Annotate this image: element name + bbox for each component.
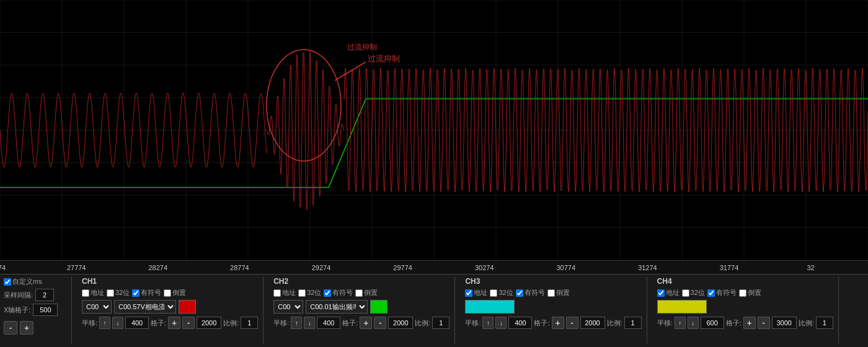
ch2-select-row: C00 C00.01输出频率 — [273, 300, 450, 314]
custom-ms-checkbox[interactable] — [4, 278, 11, 286]
ch4-offset-down[interactable]: ↓ — [688, 317, 699, 329]
x-tick-label: 32 — [807, 264, 814, 271]
ch3-offset-up[interactable]: ↑ — [482, 317, 494, 329]
ch2-options: 地址 32位 有符号 倒置 — [273, 288, 450, 297]
ch2-32bit-label[interactable]: 32位 — [298, 288, 321, 297]
ch3-grid-plus[interactable]: + — [552, 317, 564, 329]
ch1-offset-input[interactable] — [125, 317, 149, 329]
ch1-block: CH1 地址 32位 有符号 倒置 — [77, 277, 264, 345]
ch2-addr-checkbox[interactable] — [273, 289, 281, 297]
ch1-grid-minus[interactable]: - — [182, 317, 195, 329]
ch2-title: CH2 — [273, 277, 288, 286]
ch3-signed-label[interactable]: 有符号 — [516, 288, 545, 297]
custom-ms-label: 自定义ms — [12, 277, 42, 286]
chart-area: 过流抑制 — [0, 0, 868, 260]
ch3-color-box[interactable] — [465, 300, 515, 314]
ch3-32bit-label[interactable]: 32位 — [490, 288, 513, 297]
ch2-select2[interactable]: C00.01输出频率 — [306, 300, 368, 314]
ch4-signed-label[interactable]: 有符号 — [707, 288, 737, 297]
ch2-block: CH2 地址 32位 有符号 倒置 — [268, 277, 455, 345]
ch1-options: 地址 32位 有符号 倒置 — [82, 288, 258, 297]
ch2-offset-up[interactable]: ↑ — [291, 317, 302, 329]
ch3-addr-checkbox[interactable] — [465, 289, 472, 297]
ch2-grid-input[interactable] — [388, 317, 413, 329]
ch1-addr-checkbox[interactable] — [82, 289, 89, 297]
ch2-color-box[interactable] — [370, 300, 388, 314]
ch3-offset-down[interactable]: ↓ — [495, 317, 507, 329]
x-tick-label: 30274 — [475, 264, 494, 271]
ch2-offset-input[interactable] — [317, 317, 340, 329]
ch2-select1[interactable]: C00 — [273, 300, 303, 314]
ch4-offset-up[interactable]: ↑ — [675, 317, 686, 329]
ch3-32bit-checkbox[interactable] — [490, 289, 497, 297]
ch4-grid-minus[interactable]: - — [758, 317, 770, 329]
ch1-select2[interactable]: C00.57V相电流 — [114, 300, 176, 314]
x-tick-label: 29274 — [312, 264, 331, 271]
ch1-32bit-checkbox[interactable] — [107, 289, 114, 297]
x-tick-label: 31774 — [720, 264, 739, 271]
ch2-scale-input[interactable] — [432, 317, 450, 329]
ch2-32bit-checkbox[interactable] — [298, 289, 306, 297]
ch4-scale-input[interactable] — [816, 317, 833, 329]
ch3-options: 地址 32位 有符号 倒置 — [465, 288, 641, 297]
ch4-invert-checkbox[interactable] — [739, 289, 746, 297]
ch1-title: CH1 — [82, 277, 97, 286]
ch2-grid-plus[interactable]: + — [360, 317, 372, 329]
zoom-minus-button[interactable]: - — [4, 321, 17, 335]
ch1-select1[interactable]: C00 — [82, 300, 112, 314]
zoom-plus-button[interactable]: + — [20, 321, 33, 335]
ch3-grid-input[interactable] — [580, 317, 605, 329]
ch3-signed-checkbox[interactable] — [516, 289, 523, 297]
ch3-invert-label[interactable]: 倒置 — [547, 288, 570, 297]
ch1-32bit-label[interactable]: 32位 — [107, 288, 130, 297]
ch4-grid-input[interactable] — [772, 317, 797, 329]
ch3-grid-minus[interactable]: - — [566, 317, 578, 329]
ch2-offset-down[interactable]: ↓ — [304, 317, 315, 329]
ch4-options: 地址 32位 有符号 倒置 — [657, 288, 833, 297]
ch2-addr-label[interactable]: 地址 — [273, 288, 296, 297]
ch4-addr-label[interactable]: 地址 — [657, 288, 680, 297]
ch4-invert-label[interactable]: 倒置 — [739, 288, 761, 297]
x-grid-input[interactable] — [33, 304, 58, 316]
ch1-select-row: C00 C00.57V相电流 — [82, 300, 258, 314]
x-grid-label: X轴格子: — [4, 305, 30, 315]
ch4-grid-plus[interactable]: + — [743, 317, 756, 329]
ch4-32bit-label[interactable]: 32位 — [682, 288, 705, 297]
ch4-block: CH4 地址 32位 有符号 倒置 — [652, 277, 839, 345]
sample-interval-input[interactable] — [35, 289, 54, 301]
ch1-grid-input[interactable] — [197, 317, 221, 329]
ch1-offset-down[interactable]: ↓ — [112, 317, 123, 329]
ch1-signed-checkbox[interactable] — [132, 289, 140, 297]
controls-area: 自定义ms 采样间隔: X轴格子: - + CH1 — [0, 274, 868, 347]
ch1-invert-label[interactable]: 倒置 — [164, 288, 186, 297]
ch2-signed-label[interactable]: 有符号 — [324, 288, 353, 297]
ch4-addr-checkbox[interactable] — [657, 289, 665, 297]
ch1-offset-up[interactable]: ↑ — [99, 317, 110, 329]
x-tick-label: 30774 — [557, 264, 576, 271]
ch1-addr-label[interactable]: 地址 — [82, 288, 104, 297]
waveform-canvas — [0, 0, 868, 260]
ch4-offset-input[interactable] — [701, 317, 724, 329]
ch2-invert-checkbox[interactable] — [355, 289, 363, 297]
ch4-color-box[interactable] — [657, 300, 707, 314]
ch2-grid-minus[interactable]: - — [374, 317, 386, 329]
ch4-title: CH4 — [657, 277, 672, 286]
ch3-scale-input[interactable] — [624, 317, 642, 329]
oscilloscope-panel: 过流抑制 27427774282742877429274297743027430… — [0, 0, 868, 347]
ch4-32bit-checkbox[interactable] — [682, 289, 689, 297]
ch1-param-row: 平移: ↑ ↓ 格子: + - 比例: — [82, 317, 258, 329]
ch4-signed-checkbox[interactable] — [707, 289, 715, 297]
ch1-color-box[interactable] — [179, 300, 196, 314]
ch4-param-row: 平移: ↑ ↓ 格子: + - 比例: — [657, 317, 833, 329]
ch2-signed-checkbox[interactable] — [324, 289, 331, 297]
ch3-offset-input[interactable] — [508, 317, 532, 329]
ch4-color-row — [657, 300, 833, 314]
ch3-addr-label[interactable]: 地址 — [465, 288, 487, 297]
ch1-grid-plus[interactable]: + — [168, 317, 180, 329]
ch1-scale-input[interactable] — [241, 317, 258, 329]
ch1-signed-label[interactable]: 有符号 — [132, 288, 161, 297]
ch2-invert-label[interactable]: 倒置 — [355, 288, 378, 297]
ch1-invert-checkbox[interactable] — [164, 289, 171, 297]
ch3-title: CH3 — [465, 277, 480, 286]
ch3-invert-checkbox[interactable] — [547, 289, 555, 297]
